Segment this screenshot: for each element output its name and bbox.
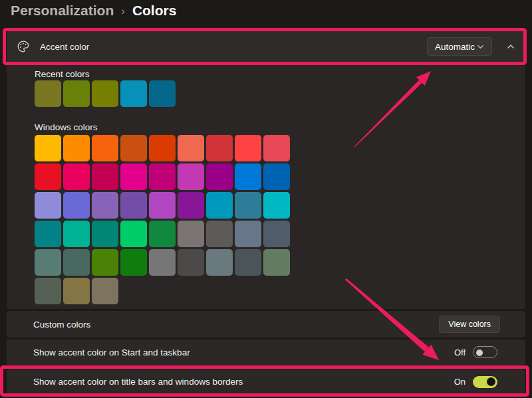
breadcrumb-parent[interactable]: Personalization [11, 3, 114, 19]
color-swatch[interactable] [92, 192, 118, 219]
color-swatch[interactable] [63, 278, 90, 304]
color-swatch[interactable] [120, 249, 147, 276]
color-swatch[interactable] [206, 135, 233, 161]
color-swatch[interactable] [120, 135, 147, 161]
color-swatch[interactable] [35, 249, 61, 276]
color-swatch[interactable] [263, 163, 290, 190]
color-swatch[interactable] [92, 278, 118, 304]
color-swatch[interactable] [178, 249, 204, 276]
accent-color-row[interactable]: Accent color Automatic [7, 31, 525, 62]
color-swatch[interactable] [235, 249, 261, 276]
color-swatch[interactable] [63, 221, 90, 247]
color-swatch[interactable] [92, 80, 118, 107]
color-swatch[interactable] [178, 221, 204, 247]
color-swatch[interactable] [235, 163, 261, 190]
color-swatch[interactable] [149, 135, 176, 161]
color-swatch[interactable] [120, 221, 147, 247]
accent-titlebars-toggle[interactable] [473, 376, 497, 388]
color-swatch[interactable] [35, 192, 61, 219]
color-swatch[interactable] [178, 135, 204, 161]
color-swatch[interactable] [63, 249, 90, 276]
color-swatch[interactable] [35, 135, 61, 161]
page-title: Colors [132, 3, 177, 19]
color-swatch[interactable] [35, 221, 61, 247]
color-swatch[interactable] [206, 221, 233, 247]
color-swatch[interactable] [35, 278, 61, 304]
custom-colors-row: Custom colors View colors [7, 311, 525, 338]
accent-titlebars-label: Show accent color on title bars and wind… [33, 377, 243, 387]
color-swatch[interactable] [149, 221, 176, 247]
breadcrumb-chevron-icon: › [121, 3, 125, 18]
accent-color-label: Accent color [40, 42, 89, 52]
color-swatch[interactable] [263, 221, 290, 247]
accent-titlebars-row: Show accent color on title bars and wind… [7, 369, 525, 394]
accent-start-taskbar-toggle[interactable] [473, 346, 497, 358]
toggle-state-label: Off [454, 348, 466, 357]
accent-color-dropdown[interactable]: Automatic [427, 37, 492, 56]
color-swatch[interactable] [235, 192, 261, 219]
color-swatch[interactable] [92, 221, 118, 247]
toggle-state-label: On [454, 377, 466, 387]
color-swatch[interactable] [235, 221, 261, 247]
color-swatch[interactable] [120, 192, 147, 219]
color-swatch[interactable] [206, 163, 233, 190]
windows-colors-label: Windows colors [35, 122, 98, 132]
breadcrumb: Personalization › Colors [11, 3, 176, 19]
chevron-up-icon[interactable] [507, 43, 515, 50]
color-swatch[interactable] [263, 135, 290, 161]
color-swatch[interactable] [206, 192, 233, 219]
dropdown-value: Automatic [435, 42, 475, 52]
color-swatch[interactable] [92, 135, 118, 161]
windows-colors-grid [35, 135, 290, 304]
chevron-down-icon [477, 43, 484, 50]
toggle-knob [476, 349, 483, 356]
color-swatch[interactable] [63, 192, 90, 219]
color-swatch[interactable] [63, 163, 90, 190]
accent-color-panel: Recent colors Windows colors [7, 62, 525, 309]
view-colors-button[interactable]: View colors [439, 316, 500, 333]
custom-colors-label: Custom colors [33, 320, 90, 330]
color-swatch[interactable] [35, 80, 61, 107]
color-swatch[interactable] [120, 80, 147, 107]
accent-start-taskbar-row: Show accent color on Start and taskbar O… [7, 340, 525, 365]
color-swatch[interactable] [149, 163, 176, 190]
color-swatch[interactable] [63, 80, 90, 107]
color-swatch[interactable] [92, 249, 118, 276]
color-swatch[interactable] [149, 249, 176, 276]
recent-colors-swatches [35, 80, 176, 107]
toggle-knob [487, 377, 495, 386]
color-swatch[interactable] [263, 192, 290, 219]
color-swatch[interactable] [92, 163, 118, 190]
color-swatch[interactable] [149, 80, 176, 107]
accent-start-taskbar-label: Show accent color on Start and taskbar [33, 348, 190, 357]
color-swatch[interactable] [178, 163, 204, 190]
color-swatch[interactable] [35, 163, 61, 190]
color-swatch[interactable] [263, 249, 290, 276]
color-swatch[interactable] [63, 135, 90, 161]
color-swatch[interactable] [149, 192, 176, 219]
color-swatch[interactable] [120, 163, 147, 190]
recent-colors-label: Recent colors [35, 69, 90, 79]
color-swatch[interactable] [235, 135, 261, 161]
palette-icon [17, 40, 30, 53]
color-swatch[interactable] [206, 249, 233, 276]
color-swatch[interactable] [178, 192, 204, 219]
